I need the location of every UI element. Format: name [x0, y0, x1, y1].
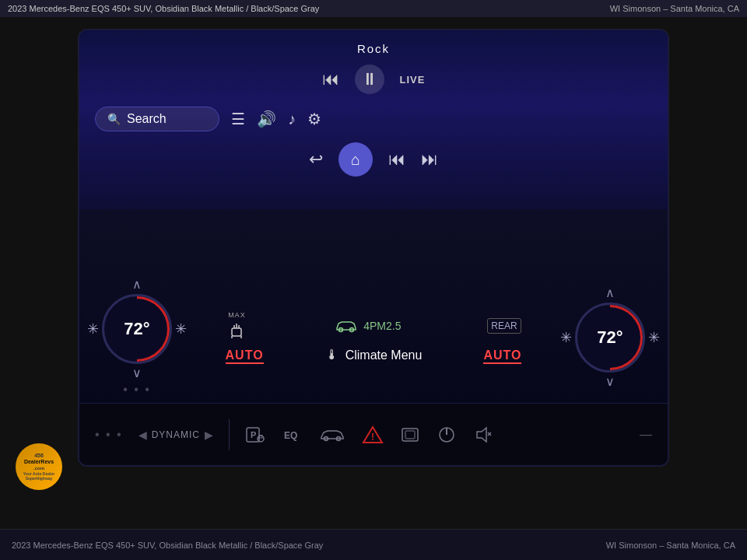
- car-silhouette-icon: [318, 426, 346, 443]
- bottom-status-bar: 2023 Mercedes-Benz EQS 450+ SUV, Obsidia…: [0, 529, 747, 560]
- left-dots: • • •: [123, 383, 151, 397]
- dash-area: Rock ⏮ ⏸ LIVE 🔍 Search ☰ 🔊 ♪ ⚙: [0, 17, 747, 529]
- hazard-button[interactable]: !: [362, 424, 384, 446]
- watermark-text: 456 DealerRevs .com Your Auto Dealer Sup…: [18, 453, 61, 481]
- toolbar-end: —: [640, 428, 652, 442]
- watermark-tagline: Your Auto Dealer SuperHighway: [18, 471, 61, 481]
- divider-1: [229, 419, 230, 450]
- top-bar: 2023 Mercedes-Benz EQS 450+ SUV, Obsidia…: [0, 0, 747, 17]
- center-climate: MAX: [195, 311, 552, 363]
- right-temp-dial-inner: 72°: [597, 327, 622, 348]
- svg-marker-19: [477, 428, 486, 442]
- dealer-revs-com: .com: [18, 466, 61, 471]
- toolbar-dots: • • •: [95, 428, 123, 442]
- climate-top-row: MAX: [195, 311, 552, 341]
- air-quality-area: 4PM2.5: [334, 319, 401, 333]
- dealer-revs: DealerRevs: [18, 459, 61, 465]
- auto-right-button[interactable]: AUTO: [483, 348, 521, 362]
- rewind-button[interactable]: ⏮: [322, 69, 339, 89]
- screen-icon: [399, 424, 421, 446]
- watermark-numbers: 456: [18, 453, 61, 459]
- climate-menu-label: Climate Menu: [345, 348, 423, 362]
- climate-menu-button[interactable]: 🌡 Climate Menu: [325, 347, 423, 363]
- left-controls-row: ✳ 72° ✳: [87, 294, 187, 364]
- left-fan-icon[interactable]: ✳: [87, 320, 99, 338]
- genre-label: Rock: [357, 42, 390, 55]
- svg-text:!: !: [371, 432, 374, 443]
- next-track-button[interactable]: ⏭: [421, 149, 438, 170]
- bottom-bar-left: 2023 Mercedes-Benz EQS 450+ SUV, Obsidia…: [12, 541, 323, 550]
- watermark: 456 DealerRevs .com Your Auto Dealer Sup…: [16, 443, 62, 490]
- power-icon: [437, 425, 457, 445]
- left-temp-area: ∧ ✳ 72° ✳ ∨ • • •: [87, 278, 187, 397]
- thermometer-icon: 🌡: [325, 347, 339, 363]
- svg-text:EQ: EQ: [284, 430, 297, 441]
- eq-button[interactable]: EQ: [281, 426, 303, 443]
- center-screen: Rock ⏮ ⏸ LIVE 🔍 Search ☰ 🔊 ♪ ⚙: [78, 29, 669, 467]
- temp-dial-inner: 72°: [124, 319, 149, 339]
- settings-icon[interactable]: ⚙: [307, 110, 321, 128]
- media-section: Rock ⏮ ⏸ LIVE 🔍 Search ☰ 🔊 ♪ ⚙: [79, 30, 668, 209]
- right-fan-left-icon[interactable]: ✳: [560, 329, 572, 346]
- watermark-circle: 456 DealerRevs .com Your Auto Dealer Sup…: [16, 443, 62, 490]
- pause-button[interactable]: ⏸: [355, 65, 384, 94]
- dynamic-right-arrow: ▶: [205, 429, 213, 441]
- car-silhouette-button[interactable]: [318, 426, 346, 443]
- rear-indicator: REAR: [487, 318, 521, 334]
- left-fan-right-icon[interactable]: ✳: [175, 320, 187, 338]
- air-quality-value: 4PM2.5: [363, 320, 401, 332]
- power-button[interactable]: [437, 425, 457, 445]
- heat-icon[interactable]: MAX: [226, 311, 247, 341]
- max-label: MAX: [228, 311, 246, 319]
- back-button[interactable]: ↩: [309, 149, 323, 170]
- top-bar-dealer: WI Simonson – Santa Monica, CA: [610, 4, 739, 13]
- svg-rect-0: [232, 328, 241, 336]
- nav-row: ↩ ⌂ ⏮ ⏭: [309, 142, 438, 177]
- dynamic-label: DYNAMIC: [152, 429, 200, 440]
- mute-icon: [472, 425, 493, 445]
- eq-icon: EQ: [281, 426, 303, 443]
- right-temp-down-button[interactable]: ∨: [605, 376, 615, 388]
- right-temp-dial[interactable]: 72°: [575, 303, 645, 373]
- right-controls-row: ✳ 72° ✳: [560, 303, 660, 373]
- auto-left-label: AUTO: [226, 348, 264, 362]
- live-badge: LIVE: [400, 74, 426, 86]
- dynamic-left-arrow: ◀: [139, 429, 147, 441]
- screen-button[interactable]: [399, 424, 421, 446]
- svg-rect-15: [402, 429, 418, 441]
- heater-svg: [226, 319, 247, 341]
- bottom-toolbar: • • • ◀ DYNAMIC ▶ P: [79, 403, 668, 465]
- car-icon: [334, 319, 359, 333]
- parking-icon: P: [245, 426, 265, 443]
- search-row: 🔍 Search ☰ 🔊 ♪ ⚙: [79, 107, 668, 131]
- svg-rect-16: [405, 431, 415, 439]
- home-button[interactable]: ⌂: [338, 142, 373, 177]
- hazard-icon: !: [362, 424, 384, 446]
- volume-icon[interactable]: 🔊: [257, 110, 276, 128]
- music-note-icon[interactable]: ♪: [288, 110, 296, 128]
- screenshot-container: 2023 Mercedes-Benz EQS 450+ SUV, Obsidia…: [0, 0, 747, 560]
- playback-controls: ⏮ ⏸ LIVE: [322, 65, 426, 94]
- right-temp-up-button[interactable]: ∧: [605, 287, 615, 299]
- svg-text:P: P: [251, 430, 256, 439]
- auto-left-button[interactable]: AUTO: [226, 348, 264, 362]
- bottom-bar-right: WI Simonson – Santa Monica, CA: [606, 541, 735, 550]
- auto-right-label: AUTO: [483, 348, 521, 362]
- top-bar-title: 2023 Mercedes-Benz EQS 450+ SUV, Obsidia…: [8, 4, 319, 13]
- parking-button[interactable]: P: [245, 426, 265, 443]
- left-temp-value: 72°: [124, 319, 149, 339]
- rear-label: REAR: [491, 320, 517, 331]
- right-fan-right-icon[interactable]: ✳: [648, 329, 660, 346]
- left-temp-dial[interactable]: 72°: [102, 294, 172, 364]
- left-temp-up-button[interactable]: ∧: [132, 278, 142, 291]
- list-icon[interactable]: ☰: [231, 110, 245, 128]
- dynamic-control[interactable]: ◀ DYNAMIC ▶: [139, 429, 213, 441]
- svg-point-8: [258, 436, 264, 442]
- search-box[interactable]: 🔍 Search: [95, 107, 219, 131]
- prev-track-button[interactable]: ⏮: [388, 149, 405, 170]
- search-label: Search: [127, 112, 167, 126]
- climate-bottom-row: AUTO 🌡 Climate Menu AUTO: [195, 347, 552, 363]
- left-temp-down-button[interactable]: ∨: [132, 367, 142, 380]
- mute-button[interactable]: [472, 425, 493, 445]
- right-temp-value: 72°: [597, 327, 622, 348]
